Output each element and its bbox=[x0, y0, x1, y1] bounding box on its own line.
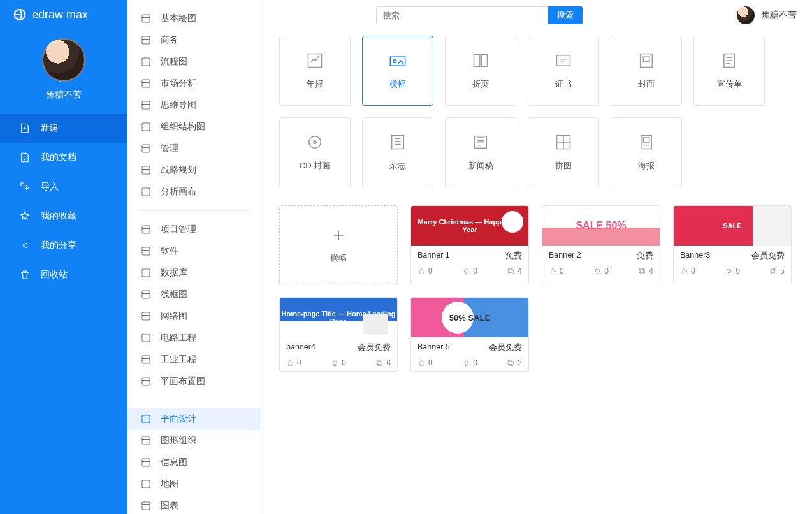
category-item-net[interactable]: 网络图 bbox=[127, 305, 261, 327]
stat-likes[interactable]: 0 bbox=[680, 267, 695, 275]
search-input[interactable] bbox=[376, 6, 548, 24]
svg-rect-40 bbox=[508, 268, 512, 273]
category-label: 基本绘图 bbox=[161, 13, 196, 24]
new-template-card[interactable]: ＋横幅 bbox=[279, 205, 398, 284]
template-card[interactable]: SALE 50% Banner 2 免费 0 0 4 bbox=[542, 205, 660, 284]
svg-rect-17 bbox=[142, 378, 150, 385]
type-card-poster[interactable]: 海报 bbox=[611, 117, 682, 187]
brand-logo[interactable]: edraw max bbox=[0, 0, 127, 29]
type-card-collage[interactable]: 拼图 bbox=[528, 117, 599, 187]
stat-copies[interactable]: 2 bbox=[507, 358, 522, 367]
category-label: 地图 bbox=[161, 478, 178, 490]
template-thumbnail: SALE 50% bbox=[542, 206, 660, 246]
svg-rect-22 bbox=[142, 502, 150, 510]
type-card-cert[interactable]: 证书 bbox=[528, 36, 599, 106]
stat-favs[interactable]: 0 bbox=[593, 267, 609, 275]
category-item-info[interactable]: 信息图 bbox=[127, 452, 261, 473]
news-icon bbox=[470, 133, 491, 151]
category-item-strategy[interactable]: 战略规划 bbox=[127, 159, 261, 181]
type-card-annual[interactable]: 年报 bbox=[279, 36, 351, 106]
nav-item-share[interactable]: 我的分享 bbox=[0, 231, 127, 260]
nav-item-trash[interactable]: 回收站 bbox=[0, 260, 127, 290]
nav-item-new[interactable]: 新建 bbox=[0, 114, 127, 143]
chart-icon bbox=[140, 500, 152, 511]
category-item-map[interactable]: 地图 bbox=[127, 473, 261, 495]
nav-item-import[interactable]: 导入 bbox=[0, 172, 127, 202]
svg-point-33 bbox=[314, 141, 317, 144]
app-root: edraw max 焦糖不苦 新建我的文档导入我的收藏我的分享回收站 基本绘图商… bbox=[0, 0, 812, 514]
cert-icon bbox=[553, 52, 574, 70]
type-card-news[interactable]: 新闻稿 bbox=[445, 117, 516, 187]
category-item-biz[interactable]: 商务 bbox=[127, 29, 261, 51]
type-card-magazine[interactable]: 杂志 bbox=[362, 117, 433, 187]
category-label: 管理 bbox=[161, 143, 178, 154]
stat-copies[interactable]: 4 bbox=[638, 267, 653, 275]
template-thumbnail: 50% SALE bbox=[411, 298, 528, 337]
new-icon bbox=[19, 122, 31, 134]
category-item-graphic[interactable]: 平面设计 bbox=[127, 408, 261, 430]
topbar-user[interactable]: 焦糖不苦 bbox=[737, 6, 797, 24]
heart-icon bbox=[462, 359, 470, 367]
template-name: banner4 bbox=[286, 342, 315, 353]
type-card-fold[interactable]: 折页 bbox=[445, 36, 516, 106]
avatar[interactable] bbox=[42, 38, 85, 82]
type-card-banner[interactable]: 横幅 bbox=[362, 36, 433, 106]
stat-copies[interactable]: 4 bbox=[507, 267, 522, 275]
stat-favs[interactable]: 0 bbox=[331, 358, 346, 367]
type-card-cdcover[interactable]: CD 封面 bbox=[279, 117, 351, 187]
copy-icon bbox=[375, 359, 384, 367]
nav-item-docs[interactable]: 我的文档 bbox=[0, 143, 127, 172]
stat-copies[interactable]: 5 bbox=[769, 267, 785, 275]
category-item-indus[interactable]: 工业工程 bbox=[127, 349, 261, 371]
category-label: 分析画布 bbox=[161, 186, 196, 198]
stat-likes[interactable]: 0 bbox=[417, 267, 433, 275]
type-card-cover[interactable]: 封面 bbox=[611, 36, 682, 106]
template-price: 免费 bbox=[505, 251, 522, 261]
basic-icon bbox=[140, 13, 152, 24]
category-item-sw[interactable]: 软件 bbox=[127, 240, 261, 262]
category-item-basic[interactable]: 基本绘图 bbox=[127, 8, 261, 29]
svg-rect-9 bbox=[142, 188, 150, 196]
template-thumbnail: SALE bbox=[674, 206, 791, 246]
category-item-mind[interactable]: 思维导图 bbox=[127, 94, 261, 116]
edraw-logo-icon bbox=[13, 8, 27, 22]
category-label: 思维导图 bbox=[161, 99, 196, 111]
heart-icon bbox=[462, 267, 470, 275]
nav-label: 回收站 bbox=[41, 269, 68, 281]
proj-icon bbox=[140, 224, 152, 235]
type-card-flyer[interactable]: 宣传单 bbox=[693, 36, 765, 106]
category-item-flow[interactable]: 流程图 bbox=[127, 51, 261, 73]
category-item-db[interactable]: 数据库 bbox=[127, 262, 261, 284]
category-item-shapeorg[interactable]: 图形组织 bbox=[127, 430, 261, 452]
category-item-market[interactable]: 市场分析 bbox=[127, 73, 261, 94]
stat-likes[interactable]: 0 bbox=[286, 358, 301, 367]
category-item-chart[interactable]: 图表 bbox=[127, 495, 261, 514]
svg-rect-8 bbox=[142, 166, 150, 174]
category-item-mgmt[interactable]: 管理 bbox=[127, 138, 261, 159]
primary-nav: 新建我的文档导入我的收藏我的分享回收站 bbox=[0, 114, 127, 290]
category-item-wire[interactable]: 线框图 bbox=[127, 284, 261, 305]
search-button[interactable]: 搜索 bbox=[548, 6, 583, 24]
stat-likes[interactable]: 0 bbox=[549, 267, 564, 275]
category-item-canvas[interactable]: 分析画布 bbox=[127, 181, 261, 203]
stat-favs[interactable]: 0 bbox=[725, 267, 740, 275]
stat-favs[interactable]: 0 bbox=[462, 358, 477, 367]
share-icon bbox=[19, 240, 31, 251]
template-card[interactable]: Merry Christmas — Happy New Year Banner … bbox=[410, 205, 529, 284]
svg-rect-46 bbox=[377, 360, 381, 365]
category-item-floor[interactable]: 平面布置图 bbox=[127, 371, 261, 392]
category-item-org[interactable]: 组织结构图 bbox=[127, 116, 261, 138]
template-card[interactable]: 50% SALE Banner 5 会员免费 0 0 2 bbox=[410, 297, 529, 372]
stat-likes[interactable]: 0 bbox=[417, 358, 433, 367]
template-card[interactable]: SALE Banner3 会员免费 0 0 5 bbox=[673, 205, 792, 284]
graphic-icon bbox=[140, 413, 152, 425]
category-item-circuit[interactable]: 电路工程 bbox=[127, 327, 261, 349]
nav-item-fav[interactable]: 我的收藏 bbox=[0, 202, 127, 231]
category-item-proj[interactable]: 项目管理 bbox=[127, 219, 261, 240]
stat-copies[interactable]: 6 bbox=[375, 358, 391, 367]
db-icon bbox=[140, 267, 152, 279]
template-card[interactable]: Home-page Title — Home Landing Page bann… bbox=[279, 297, 398, 372]
type-label: 折页 bbox=[472, 78, 489, 90]
category-label: 数据库 bbox=[161, 267, 187, 279]
stat-favs[interactable]: 0 bbox=[462, 267, 477, 275]
